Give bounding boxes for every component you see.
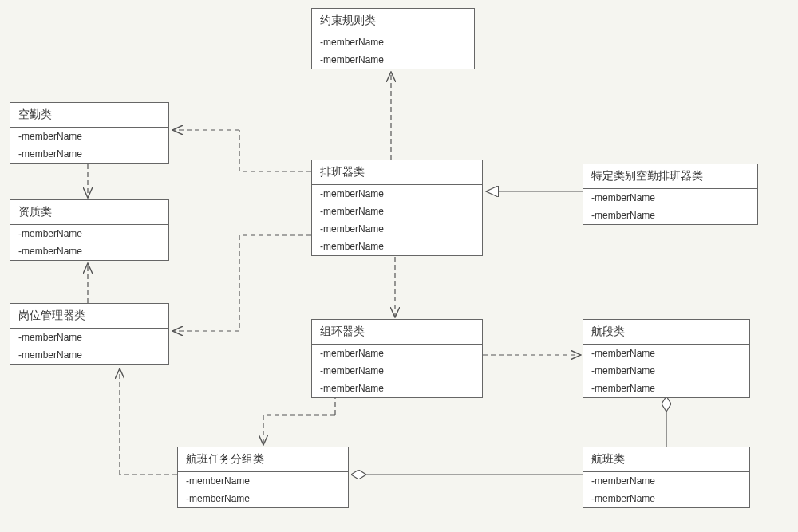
class-attribute: -memberName <box>312 33 474 51</box>
class-position_manager: 岗位管理器类-memberName-memberName <box>10 303 169 365</box>
class-title: 岗位管理器类 <box>10 304 168 329</box>
class-flight_task_group: 航班任务分组类-memberName-memberName <box>177 447 349 508</box>
class-attributes: -memberName-memberName <box>10 329 168 364</box>
class-attributes: -memberName-memberName <box>10 225 168 260</box>
class-attributes: -memberName-memberName <box>583 472 749 507</box>
class-attributes: -memberName-memberName-memberName <box>583 345 749 397</box>
class-attribute: -memberName <box>583 345 749 362</box>
class-attribute: -memberName <box>312 345 482 362</box>
class-group_looper: 组环器类-memberName-memberName-memberName <box>311 319 483 398</box>
class-attribute: -memberName <box>583 380 749 397</box>
class-title: 空勤类 <box>10 103 168 128</box>
class-attributes: -memberName-memberName <box>10 128 168 163</box>
class-title: 排班器类 <box>312 160 482 185</box>
class-attributes: -memberName-memberName <box>583 189 757 224</box>
class-attribute: -memberName <box>583 472 749 490</box>
class-attribute: -memberName <box>10 346 168 364</box>
class-attributes: -memberName-memberName-memberName-member… <box>312 185 482 255</box>
class-attribute: -memberName <box>10 145 168 163</box>
class-title: 特定类别空勤排班器类 <box>583 164 757 189</box>
class-attribute: -memberName <box>178 472 348 490</box>
class-qualification: 资质类-memberName-memberName <box>10 199 169 261</box>
class-attribute: -memberName <box>10 225 168 242</box>
class-title: 航段类 <box>583 320 749 345</box>
class-attribute: -memberName <box>312 238 482 255</box>
class-attribute: -memberName <box>583 189 757 207</box>
class-aircrew: 空勤类-memberName-memberName <box>10 102 169 164</box>
class-attribute: -memberName <box>583 207 757 224</box>
class-flight: 航班类-memberName-memberName <box>583 447 750 508</box>
class-title: 航班任务分组类 <box>178 447 348 472</box>
class-attribute: -memberName <box>312 380 482 397</box>
class-attribute: -memberName <box>312 51 474 69</box>
class-flight_segment: 航段类-memberName-memberName-memberName <box>583 319 750 398</box>
class-title: 组环器类 <box>312 320 482 345</box>
class-attribute: -memberName <box>10 329 168 346</box>
class-attribute: -memberName <box>312 220 482 238</box>
class-attribute: -memberName <box>312 185 482 203</box>
class-attribute: -memberName <box>10 242 168 260</box>
class-attribute: -memberName <box>10 128 168 145</box>
class-attribute: -memberName <box>312 203 482 220</box>
class-title: 资质类 <box>10 200 168 225</box>
class-scheduler: 排班器类-memberName-memberName-memberName-me… <box>311 160 483 256</box>
class-constraint_rule: 约束规则类-memberName-memberName <box>311 8 475 69</box>
class-specific_scheduler: 特定类别空勤排班器类-memberName-memberName <box>583 164 758 225</box>
class-title: 航班类 <box>583 447 749 472</box>
class-attribute: -memberName <box>178 490 348 507</box>
class-title: 约束规则类 <box>312 9 474 33</box>
class-attribute: -memberName <box>312 362 482 380</box>
class-attributes: -memberName-memberName <box>312 33 474 69</box>
class-attribute: -memberName <box>583 362 749 380</box>
class-attribute: -memberName <box>583 490 749 507</box>
class-attributes: -memberName-memberName <box>178 472 348 507</box>
class-attributes: -memberName-memberName-memberName <box>312 345 482 397</box>
